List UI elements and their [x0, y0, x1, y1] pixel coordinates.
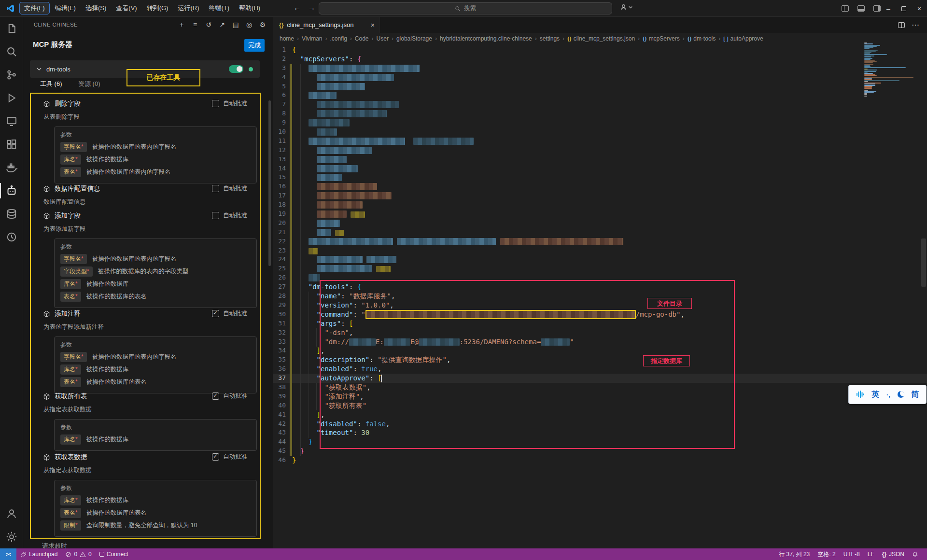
voice-input-icon[interactable]	[856, 390, 865, 399]
breadcrumb-item[interactable]: User	[377, 35, 389, 42]
cline-robot-icon[interactable]	[0, 179, 23, 202]
line-number[interactable]: 37	[273, 374, 286, 383]
ime-english-toggle[interactable]: 英	[871, 390, 879, 400]
code-line[interactable]: 20	[273, 219, 927, 228]
more-actions-icon[interactable]: ⋯	[912, 20, 919, 29]
line-number[interactable]: 41	[273, 410, 286, 420]
code-line[interactable]: 1{	[273, 45, 927, 55]
line-number[interactable]: 27	[273, 282, 286, 292]
cursor-position[interactable]: 行 37, 列 23	[775, 548, 814, 560]
back-arrow-icon[interactable]: ←	[294, 3, 301, 12]
auto-approve-checkbox[interactable]	[212, 453, 219, 461]
auto-approve-checkbox[interactable]	[212, 100, 219, 107]
code-line[interactable]: 7	[273, 100, 927, 109]
breadcrumb-item[interactable]: home	[280, 35, 294, 42]
copilot-icon[interactable]	[620, 3, 632, 11]
database-icon[interactable]	[0, 202, 23, 225]
breadcrumb-item[interactable]: Code	[355, 35, 369, 42]
line-number[interactable]: 4	[273, 73, 286, 82]
code-line[interactable]: 10	[273, 127, 927, 137]
line-number[interactable]: 34	[273, 346, 286, 355]
line-number[interactable]: 11	[273, 137, 286, 146]
line-number[interactable]: 22	[273, 237, 286, 246]
line-number[interactable]: 18	[273, 200, 286, 210]
docker-icon[interactable]	[0, 156, 23, 179]
open-external-icon[interactable]: ↗	[218, 21, 226, 28]
done-button[interactable]: 完成	[244, 39, 265, 52]
book-icon[interactable]: ▤	[231, 21, 240, 28]
code-line[interactable]: 9	[273, 118, 927, 127]
line-number[interactable]: 23	[273, 246, 286, 255]
line-number[interactable]: 45	[273, 447, 286, 456]
line-number[interactable]: 30	[273, 310, 286, 319]
close-icon[interactable]: ×	[912, 0, 927, 17]
code-line[interactable]: 25	[273, 264, 927, 273]
code-line[interactable]: 21	[273, 228, 927, 237]
server-enabled-toggle[interactable]	[229, 65, 243, 73]
problems-item[interactable]: 0 0	[61, 548, 95, 560]
line-number[interactable]: 19	[273, 210, 286, 219]
line-number[interactable]: 44	[273, 437, 286, 447]
code-line[interactable]: 6	[273, 91, 927, 100]
code-line[interactable]: 24	[273, 255, 927, 264]
tab-cline-mcp-settings[interactable]: {} cline_mcp_settings.json ×	[273, 17, 380, 33]
menu-item[interactable]: 查看(V)	[112, 2, 141, 14]
line-number[interactable]: 38	[273, 383, 286, 392]
menu-item[interactable]: 运行(R)	[173, 2, 203, 14]
forward-arrow-icon[interactable]: →	[308, 3, 315, 12]
line-number[interactable]: 26	[273, 273, 286, 282]
line-number[interactable]: 39	[273, 392, 286, 401]
line-number[interactable]: 43	[273, 428, 286, 437]
code-line[interactable]: 18	[273, 200, 927, 210]
extensions-icon[interactable]	[0, 133, 23, 156]
code-line[interactable]: 4	[273, 73, 927, 82]
remote-indicator[interactable]: ><	[0, 548, 16, 560]
indentation[interactable]: 空格: 2	[814, 548, 839, 560]
line-number[interactable]: 9	[273, 118, 286, 127]
run-debug-icon[interactable]	[0, 86, 23, 110]
customize-layout-icon[interactable]	[842, 5, 849, 12]
code-line[interactable]: 46}	[273, 456, 927, 465]
line-number[interactable]: 42	[273, 420, 286, 429]
tab-resources[interactable]: 资源 (0)	[78, 80, 100, 91]
ime-simplified-toggle[interactable]: 简	[911, 390, 919, 400]
breadcrumb-item[interactable]: [ ]autoApprove	[723, 35, 763, 42]
auto-approve-checkbox[interactable]	[212, 392, 219, 400]
code-line[interactable]: 12	[273, 146, 927, 155]
minimap[interactable]	[864, 42, 923, 97]
line-number[interactable]: 40	[273, 401, 286, 410]
line-number[interactable]: 6	[273, 91, 286, 100]
line-number[interactable]: 17	[273, 191, 286, 200]
code-line[interactable]: 14	[273, 164, 927, 173]
auto-approve-checkbox[interactable]	[212, 185, 219, 192]
code-line[interactable]: 13	[273, 155, 927, 164]
maximize-icon[interactable]	[896, 0, 912, 17]
line-number[interactable]: 35	[273, 355, 286, 364]
auto-approve-checkbox[interactable]	[212, 212, 219, 219]
launchpad-item[interactable]: Launchpad	[16, 548, 61, 560]
line-number[interactable]: 13	[273, 155, 286, 164]
menu-item[interactable]: 转到(G)	[142, 2, 173, 14]
code-line[interactable]: 17	[273, 191, 927, 200]
line-number[interactable]: 46	[273, 456, 286, 465]
search-icon[interactable]	[0, 40, 23, 63]
menu-item[interactable]: 编辑(E)	[51, 2, 80, 14]
plus-icon[interactable]: +	[177, 21, 186, 28]
line-number[interactable]: 28	[273, 292, 286, 301]
code-line[interactable]: 5	[273, 82, 927, 91]
breadcrumb-item[interactable]: {}cline_mcp_settings.json	[567, 35, 635, 42]
code-line[interactable]: 3	[273, 64, 927, 73]
line-number[interactable]: 10	[273, 127, 286, 137]
line-number[interactable]: 1	[273, 45, 286, 55]
line-number[interactable]: 15	[273, 173, 286, 182]
ime-punctuation-toggle[interactable]: ·,	[886, 391, 890, 398]
account-icon[interactable]: ◎	[245, 21, 253, 28]
line-number[interactable]: 24	[273, 255, 286, 264]
code-line[interactable]: 16	[273, 182, 927, 191]
minimize-icon[interactable]: –	[881, 0, 896, 17]
tab-tools[interactable]: 工具 (6)	[40, 80, 62, 91]
line-number[interactable]: 31	[273, 319, 286, 328]
line-number[interactable]: 20	[273, 219, 286, 228]
toggle-panel-icon[interactable]	[857, 5, 865, 12]
sidebar-scrollbar[interactable]	[268, 100, 271, 266]
